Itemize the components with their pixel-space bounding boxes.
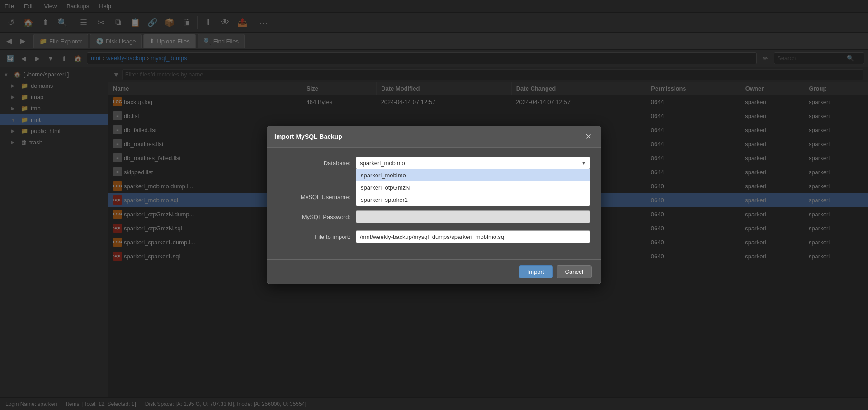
modal-header: Import MySQL Backup ✕	[267, 126, 601, 148]
database-control: sparkeri_moblmo sparkeri_otpGmzN sparker…	[356, 157, 590, 169]
password-row: MySQL Password:	[278, 210, 590, 223]
modal-body: Database: sparkeri_moblmo sparkeri_otpGm…	[267, 148, 601, 259]
username-label: MySQL Username:	[278, 194, 350, 200]
modal-close-btn[interactable]: ✕	[583, 132, 594, 142]
file-label: File to import:	[278, 234, 350, 240]
database-label: Database:	[278, 160, 350, 167]
mysql-password-input[interactable]	[356, 210, 590, 223]
import-button[interactable]: Import	[519, 265, 553, 278]
password-control	[356, 210, 590, 223]
database-dropdown-list: sparkeri_moblmo sparkeri_otpGmzN sparker…	[356, 169, 590, 206]
database-select-container: sparkeri_moblmo sparkeri_otpGmzN sparker…	[356, 157, 590, 169]
dropdown-item-otpgmzn[interactable]: sparkeri_otpGmzN	[356, 181, 590, 194]
file-control	[356, 230, 590, 243]
modal-title: Import MySQL Backup	[274, 133, 342, 140]
file-import-input[interactable]	[356, 230, 590, 243]
dropdown-item-sparker1[interactable]: sparkeri_sparker1	[356, 194, 590, 206]
dropdown-item-moblmo[interactable]: sparkeri_moblmo	[356, 169, 590, 181]
password-label: MySQL Password:	[278, 214, 350, 220]
modal-footer: Import Cancel	[267, 259, 601, 284]
import-mysql-modal: Import MySQL Backup ✕ Database: sparkeri…	[267, 126, 601, 284]
database-select[interactable]: sparkeri_moblmo sparkeri_otpGmzN sparker…	[356, 157, 590, 169]
cancel-button[interactable]: Cancel	[557, 265, 592, 278]
database-row: Database: sparkeri_moblmo sparkeri_otpGm…	[278, 157, 590, 169]
file-row: File to import:	[278, 230, 590, 243]
modal-overlay: Import MySQL Backup ✕ Database: sparkeri…	[0, 0, 868, 410]
